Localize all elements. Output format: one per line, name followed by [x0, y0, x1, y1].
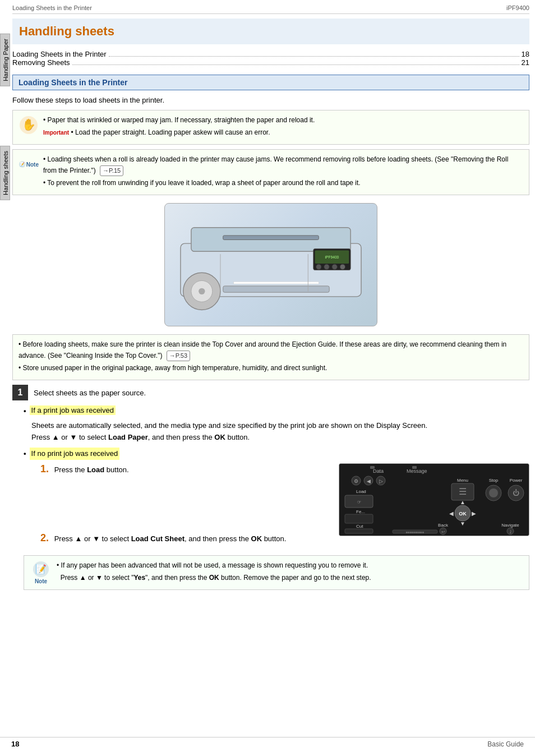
page-number: 18	[11, 740, 19, 748]
svg-text:▲: ▲	[460, 499, 465, 505]
svg-text:Power: Power	[510, 478, 523, 483]
note-icon-bottom: 📝 Note	[30, 560, 52, 584]
printer-image: iPF9400	[164, 203, 377, 326]
print-job-received-section: • If a print job was received Sheets are…	[24, 405, 529, 443]
important-bullet-1: • Paper that is wrinkled or warped may j…	[43, 115, 523, 126]
svg-text:Data: Data	[373, 468, 384, 474]
note-bullet-2-1: • Loading sheets when a roll is already …	[43, 154, 523, 176]
svg-text:✋: ✋	[22, 118, 36, 131]
substep-1-number: 1.	[40, 463, 49, 474]
note-bottom-bullet-2: Press ▲ or ▼ to select "Yes", and then p…	[57, 573, 523, 583]
toc-dots-2	[72, 58, 519, 65]
step-1-number: 1	[12, 385, 28, 400]
svg-text:Stop: Stop	[489, 478, 499, 483]
svg-text:iPF9400: iPF9400	[325, 255, 339, 259]
important-bullet-2: Important • Load the paper straight. Loa…	[43, 127, 523, 138]
printer-illustration: iPF9400	[170, 209, 372, 321]
section-title-box: Handling sheets	[12, 19, 529, 44]
toc-row-1: Loading Sheets in the Printer 18	[12, 50, 529, 58]
svg-text:☰: ☰	[459, 487, 467, 496]
if-print-job-bullet: • If a print job was received	[24, 405, 529, 417]
control-panel-image: Data Message ⚙ ◀ ▷ Load	[339, 463, 529, 536]
svg-point-13	[316, 264, 321, 269]
intro-text: Follow these steps to load sheets in the…	[12, 96, 529, 104]
link-badge-p53[interactable]: →P.53	[167, 351, 190, 362]
svg-text:▶: ▶	[472, 510, 476, 517]
control-panel-svg: Data Message ⚙ ◀ ▷ Load	[339, 464, 529, 536]
no-print-job-content: Data Message ⚙ ◀ ▷ Load	[24, 463, 529, 550]
svg-rect-9	[223, 236, 319, 240]
note-bottom-bullet-1: • If any paper has been advanced that wi…	[57, 560, 523, 571]
toc-row-2: Removing Sheets 21	[12, 58, 529, 67]
breadcrumb-bar: Loading Sheets in the Printer iPF9400	[12, 4, 529, 14]
if-print-job-desc: Sheets are automatically selected, and t…	[31, 420, 529, 444]
svg-point-8	[199, 288, 205, 294]
note-bottom-content: • If any paper has been advanced that wi…	[57, 560, 523, 585]
if-print-job-label: If a print job was received	[30, 405, 116, 415]
page-footer: 18 Basic Guide	[0, 737, 535, 750]
note-bullet-3-2: • Store unused paper in the original pac…	[19, 363, 523, 374]
note-content-2: • Loading sheets when a roll is already …	[43, 154, 523, 190]
svg-rect-23	[370, 466, 375, 469]
toc-page-2: 21	[522, 58, 529, 67]
svg-rect-17	[223, 286, 329, 292]
note-box-3: • Before loading sheets, make sure the p…	[12, 334, 529, 380]
substep-2-text: Press ▲ or ▼ to select Load Cut Sheet, a…	[54, 534, 287, 543]
svg-text:◀: ◀	[367, 478, 371, 484]
important-icon: ✋	[19, 115, 39, 135]
step-1-text: Select sheets as the paper source.	[34, 389, 146, 397]
note-content-3: • Before loading sheets, make sure the p…	[19, 339, 523, 375]
link-badge-p15[interactable]: →P.15	[100, 165, 123, 177]
page-container: Handling Paper Handling sheets Loading S…	[0, 0, 535, 756]
toc-label-1: Loading Sheets in the Printer	[12, 50, 107, 58]
toc-page-1: 18	[522, 50, 529, 58]
svg-text:Menu: Menu	[457, 478, 468, 483]
note-icon-svg-bottom: 📝	[32, 560, 50, 578]
svg-text:Fe...: Fe...	[356, 509, 365, 514]
hand-icon: ✋	[19, 115, 39, 135]
svg-text:☞: ☞	[357, 500, 361, 505]
note-bullet-2-2: • To prevent the roll from unwinding if …	[43, 178, 523, 188]
if-no-print-job-label: If no print job was received	[30, 448, 120, 460]
subsection-title: Loading Sheets in the Printer	[19, 78, 127, 87]
svg-text:▷: ▷	[379, 478, 383, 484]
important-notice-content-1: • Paper that is wrinkled or warped may j…	[43, 115, 523, 140]
svg-text:OK: OK	[459, 511, 467, 517]
toc-table: Loading Sheets in the Printer 18 Removin…	[12, 50, 529, 67]
footer-label: Basic Guide	[487, 740, 524, 748]
svg-rect-38	[345, 529, 373, 533]
svg-text:■■■■■■■■■: ■■■■■■■■■	[406, 531, 425, 534]
breadcrumb: Loading Sheets in the Printer	[12, 4, 92, 11]
side-tab-handling-sheets: Handling sheets	[0, 146, 10, 200]
note-box-2: 📝 Note • Loading sheets when a roll is a…	[12, 149, 529, 195]
section-title: Handling sheets	[19, 22, 523, 41]
note-pencil-icon: 📝	[19, 154, 26, 174]
svg-point-15	[332, 264, 337, 269]
step-1-header: 1 Select sheets as the paper source.	[12, 385, 529, 400]
svg-rect-18	[234, 282, 319, 284]
svg-point-14	[324, 264, 329, 269]
svg-text:Navigate: Navigate	[501, 523, 519, 528]
svg-text:Back: Back	[438, 523, 449, 528]
model-label: iPF9400	[506, 4, 529, 11]
svg-text:📝: 📝	[35, 564, 47, 574]
subsection-header: Loading Sheets in the Printer	[12, 75, 529, 90]
svg-rect-36	[345, 514, 373, 523]
toc-dots-1	[109, 50, 519, 57]
if-no-print-job-bullet: • If no print job was received	[24, 448, 529, 460]
svg-point-44	[489, 488, 498, 497]
svg-text:⏻: ⏻	[513, 489, 519, 497]
svg-text:⤸: ⤸	[509, 529, 513, 534]
side-tab-handling-paper: Handling Paper	[0, 34, 10, 86]
note-bullet-3-1: • Before loading sheets, make sure the p…	[19, 339, 523, 361]
svg-text:▼: ▼	[460, 520, 465, 527]
step-1-container: 1 Select sheets as the paper source. • I…	[12, 385, 529, 590]
svg-rect-25	[412, 466, 417, 469]
printer-image-container: iPF9400	[12, 203, 529, 326]
no-print-job-section: • If no print job was received Data Mess…	[24, 448, 529, 589]
note-box-bottom: 📝 Note • If any paper has been advanced …	[24, 555, 529, 590]
svg-text:⚙: ⚙	[354, 478, 358, 484]
substep-2-number: 2.	[40, 532, 49, 543]
toc-label-2: Removing Sheets	[12, 58, 70, 67]
main-content: Loading Sheets in the Printer iPF9400 Ha…	[12, 0, 529, 590]
